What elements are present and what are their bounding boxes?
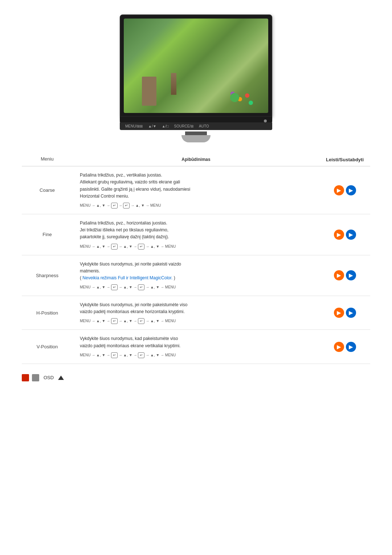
osd-label: OSD: [44, 375, 54, 380]
nav-square-gray: [32, 374, 39, 381]
monitor-wrapper: MENU/⊞⊞ ▲/▼ ▲/□ SOURCE/⊞ AUTO: [120, 15, 272, 142]
desc-text-fine: Pašalina trikdžius, pvz., horizontalias …: [80, 220, 312, 241]
stand-shape: [120, 135, 272, 142]
sharpness-link[interactable]: Neveikia režimais Full ir Intelligent Ma…: [82, 275, 172, 280]
monitor-image: [124, 19, 268, 113]
menu-path-coarse: MENU → ▲, ▼ → ↵ → ↵ → ▲, ▼ → MENU: [80, 203, 312, 208]
nav-square-red: [22, 374, 29, 381]
desc-coarse: Pašalina trikdžius, pvz., vertikalias ju…: [73, 172, 319, 208]
table-header: Meniu Apibūdinimas Leisti/Sustabdyti: [22, 153, 370, 166]
menu-label-vposition: V-Position: [22, 344, 73, 349]
flower-green: [249, 101, 253, 105]
action-hposition: ▶ ▶: [319, 308, 370, 318]
key-enter-hpos2: ↵: [138, 318, 144, 324]
stand-curve: [181, 135, 211, 142]
prev-button-vposition[interactable]: ▶: [334, 342, 344, 352]
table-row: V-Position Vykdykite šiuos nurodymus, ka…: [22, 330, 370, 364]
next-button-sharpness[interactable]: ▶: [346, 270, 356, 280]
control-menu: MENU/⊞⊞: [125, 124, 143, 128]
key-enter-fine1: ↵: [111, 244, 118, 250]
key-enter-vpos2: ↵: [138, 352, 144, 358]
control-brightness: ▲/▼: [148, 124, 156, 128]
power-indicator: [264, 119, 267, 122]
desc-vposition: Vykdykite šiuos nurodymus, kad pakeistum…: [73, 335, 319, 358]
stand-top: [185, 131, 207, 135]
pagoda-decoration: [171, 73, 176, 95]
table-row: H-Position Vykdykite šiuos nurodymus, je…: [22, 296, 370, 330]
control-auto: AUTO: [199, 124, 209, 128]
key-enter-sharp2: ↵: [138, 284, 144, 290]
main-table: Meniu Apibūdinimas Leisti/Sustabdyti Coa…: [22, 153, 370, 364]
header-action: Leisti/Sustabdyti: [319, 156, 370, 163]
desc-fine: Pašalina trikdžius, pvz., horizontalias …: [73, 220, 319, 250]
key-enter-coarse2: ↵: [123, 203, 130, 208]
desc-text-sharpness: Vykdykite šiuos nurodymus, jei norite pa…: [80, 261, 312, 282]
prev-button-coarse[interactable]: ▶: [334, 185, 344, 195]
monitor-outer: MENU/⊞⊞ ▲/▼ ▲/□ SOURCE/⊞ AUTO: [120, 15, 272, 142]
monitor-section: MENU/⊞⊞ ▲/▼ ▲/□ SOURCE/⊞ AUTO: [22, 15, 370, 142]
menu-path-sharpness: MENU → ▲, ▼ → ↵ → ▲, ▼ → ↵ → ▲, ▼ → MENU: [80, 284, 312, 290]
desc-text-vposition: Vykdykite šiuos nurodymus, kad pakeistum…: [80, 335, 312, 349]
prev-button-sharpness[interactable]: ▶: [334, 270, 344, 280]
action-sharpness: ▶ ▶: [319, 270, 370, 280]
action-fine: ▶ ▶: [319, 230, 370, 240]
header-description: Apibūdinimas: [73, 156, 319, 163]
menu-path-vposition: MENU → ▲, ▼ → ↵ → ▲, ▼ → ↵ → ▲, ▼ → MENU: [80, 352, 312, 358]
flower-orange: [238, 97, 242, 101]
control-position: ▲/□: [162, 124, 169, 128]
next-button-fine[interactable]: ▶: [346, 230, 356, 240]
key-enter-fine2: ↵: [138, 244, 144, 250]
key-enter-hpos1: ↵: [111, 318, 118, 324]
next-button-coarse[interactable]: ▶: [346, 185, 356, 195]
key-enter-vpos1: ↵: [111, 352, 118, 358]
table-row: Coarse Pašalina trikdžius, pvz., vertika…: [22, 166, 370, 214]
prev-button-fine[interactable]: ▶: [334, 230, 344, 240]
monitor-stand: [120, 131, 272, 142]
control-source: SOURCE/⊞: [174, 124, 194, 128]
monitor-bezel: [120, 117, 272, 122]
flower-red: [245, 93, 249, 98]
table-row: Fine Pašalina trikdžius, pvz., horizonta…: [22, 214, 370, 255]
menu-path-hposition: MENU → ▲, ▼ → ↵ → ▲, ▼ → ↵ → ▲, ▼ → MENU: [80, 318, 312, 324]
menu-label-sharpness: Sharpness: [22, 273, 73, 278]
desc-hposition: Vykdykite šiuos nurodymus, jei norite pa…: [73, 301, 319, 324]
table-row: Sharpness Vykdykite šiuos nurodymus, jei…: [22, 255, 370, 296]
prev-button-hposition[interactable]: ▶: [334, 308, 344, 318]
key-enter-coarse1: ↵: [111, 203, 118, 208]
desc-sharpness: Vykdykite šiuos nurodymus, jei norite pa…: [73, 261, 319, 291]
menu-label-hposition: H-Position: [22, 310, 73, 316]
action-vposition: ▶ ▶: [319, 342, 370, 352]
monitor-screen: [120, 15, 272, 117]
menu-path-fine: MENU → ▲, ▼ → ↵ → ▲, ▼ → ↵ → ▲, ▼ → MENU: [80, 244, 312, 250]
desc-text-hposition: Vykdykite šiuos nurodymus, jei norite pa…: [80, 301, 312, 315]
desc-text-coarse: Pašalina trikdžius, pvz., vertikalias ju…: [80, 172, 312, 200]
menu-label-coarse: Coarse: [22, 187, 73, 193]
action-coarse: ▶ ▶: [319, 185, 370, 195]
flower-purple: [230, 92, 235, 96]
menu-label-fine: Fine: [22, 232, 73, 237]
next-button-hposition[interactable]: ▶: [346, 308, 356, 318]
bottom-navigation: OSD: [22, 371, 370, 384]
key-enter-sharp1: ↵: [111, 284, 118, 290]
monitor-controls: MENU/⊞⊞ ▲/▼ ▲/□ SOURCE/⊞ AUTO: [120, 122, 272, 130]
nav-triangle-up: [58, 376, 64, 380]
header-menu: Meniu: [22, 156, 73, 163]
next-button-vposition[interactable]: ▶: [346, 342, 356, 352]
